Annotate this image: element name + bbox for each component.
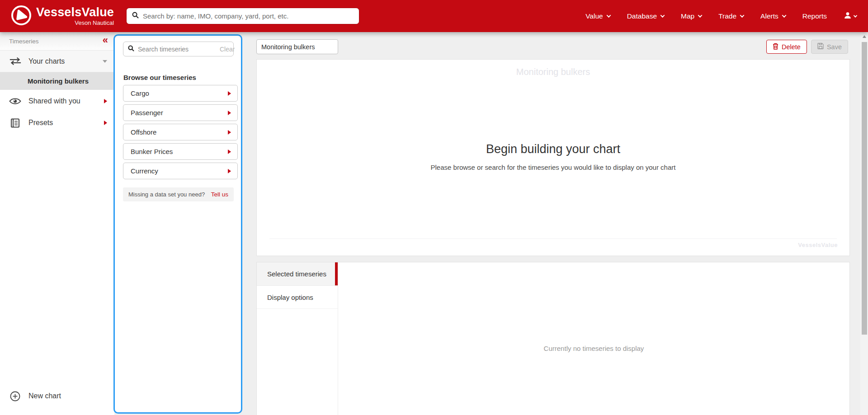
active-tab-indicator	[335, 262, 338, 285]
chevron-down-icon	[660, 13, 665, 18]
chart-name-input[interactable]	[256, 39, 338, 54]
new-chart-button[interactable]: New chart	[0, 387, 114, 406]
caret-right-icon	[228, 149, 231, 154]
chevron-down-icon	[854, 14, 857, 17]
sidebar-header: Timeseries «	[0, 32, 114, 51]
collapse-sidebar-icon[interactable]: «	[103, 35, 108, 47]
brand-subtitle: Veson Nautical	[36, 20, 114, 26]
timeseries-sidebar: Timeseries « Your charts Monitoring bulk…	[0, 32, 114, 415]
user-menu[interactable]	[844, 11, 857, 21]
brand-watermark: VesselsValue	[798, 242, 838, 248]
missing-dataset-row: Missing a data set you need? Tell us	[123, 187, 234, 201]
sidebar-chart-monitoring-bulkers[interactable]: Monitoring bulkers	[0, 72, 114, 90]
delete-label: Delete	[782, 43, 801, 51]
chevron-down-icon	[740, 13, 745, 18]
category-offshore[interactable]: Offshore	[123, 124, 238, 140]
caret-right-icon	[228, 130, 231, 135]
sidebar-title: Timeseries	[9, 38, 39, 45]
app-root: VesselsValue Veson Nautical Value Databa…	[0, 0, 868, 415]
new-chart-label: New chart	[28, 392, 61, 400]
delete-button[interactable]: Delete	[766, 40, 807, 54]
chart-title-watermark: Monitoring bulkers	[257, 67, 849, 77]
selection-tabs: Selected timeseries Display options	[257, 262, 338, 415]
tab-selected-timeseries[interactable]: Selected timeseries	[257, 262, 338, 286]
browse-heading: Browse our timeseries	[123, 74, 196, 81]
chevron-down-icon	[698, 13, 703, 18]
chart-name-label: Monitoring bulkers	[28, 77, 89, 85]
presets-book-icon	[9, 118, 21, 128]
save-floppy-icon	[817, 43, 824, 51]
sidebar-item-shared-with-you[interactable]: Shared with you	[0, 90, 114, 112]
nav-database[interactable]: Database	[627, 12, 664, 20]
trash-icon	[773, 43, 778, 51]
nav-trade[interactable]: Trade	[718, 12, 744, 20]
timeseries-search: Clear	[123, 42, 234, 56]
main-nav: Value Database Map Trade Alerts Reports	[585, 0, 857, 32]
brand-logo[interactable]: VesselsValue Veson Nautical	[11, 5, 114, 27]
nav-map[interactable]: Map	[681, 12, 702, 20]
empty-chart-message: Begin building your chart Please browse …	[257, 142, 849, 171]
nav-value[interactable]: Value	[585, 12, 610, 20]
user-icon	[844, 11, 852, 21]
caret-down-icon	[103, 60, 107, 63]
caret-right-icon	[228, 111, 231, 115]
timeseries-search-input[interactable]	[138, 46, 220, 53]
global-search-input[interactable]	[143, 12, 354, 20]
nav-alerts[interactable]: Alerts	[760, 12, 786, 20]
browse-timeseries-panel: Clear Browse our timeseries Cargo Passen…	[113, 34, 242, 414]
tell-us-link[interactable]: Tell us	[211, 191, 228, 198]
scrollbar-thumb[interactable]	[862, 42, 867, 335]
vesselsvalue-logo-icon	[11, 5, 31, 27]
category-list: Cargo Passenger Offshore Bunker Prices C…	[123, 85, 238, 182]
category-passenger[interactable]: Passenger	[123, 104, 238, 121]
chart-editor: Delete Save Monitoring bulkers Begin bui…	[242, 32, 860, 415]
category-currency[interactable]: Currency	[123, 163, 238, 179]
missing-dataset-text: Missing a data set you need?	[128, 191, 205, 198]
eye-icon	[9, 97, 21, 105]
scroll-up-arrow-icon[interactable]	[863, 35, 866, 38]
caret-right-icon	[104, 99, 107, 103]
search-icon	[128, 45, 134, 53]
chevron-down-icon	[606, 13, 611, 18]
plus-circle-icon	[9, 391, 21, 401]
nav-reports[interactable]: Reports	[802, 12, 827, 20]
sidebar-item-label: Shared with you	[28, 97, 104, 105]
empty-chart-subtitle: Please browse or search for the timeseri…	[257, 163, 849, 171]
chart-canvas: Monitoring bulkers Begin building your c…	[256, 59, 850, 256]
sidebar-item-presets[interactable]: Presets	[0, 112, 114, 134]
sidebar-item-your-charts[interactable]: Your charts	[0, 51, 114, 72]
sidebar-item-label: Presets	[28, 119, 104, 127]
category-cargo[interactable]: Cargo	[123, 85, 238, 102]
clear-search-button[interactable]: Clear	[220, 46, 235, 53]
sidebar-item-label: Your charts	[28, 57, 103, 65]
selection-panel: Selected timeseries Display options Curr…	[256, 262, 850, 415]
chart-actions: Delete Save	[766, 40, 848, 54]
global-search	[126, 8, 359, 24]
brand-name: VesselsValue	[36, 6, 114, 19]
caret-right-icon	[228, 169, 231, 173]
top-navigation-bar: VesselsValue Veson Nautical Value Databa…	[0, 0, 868, 32]
swap-arrows-icon	[9, 57, 21, 65]
no-timeseries-message: Currently no timeseries to display	[338, 345, 849, 352]
caret-right-icon	[228, 91, 231, 96]
search-icon	[132, 12, 139, 20]
save-label: Save	[827, 43, 842, 51]
save-button[interactable]: Save	[811, 40, 848, 54]
caret-right-icon	[104, 121, 107, 125]
empty-chart-title: Begin building your chart	[257, 142, 849, 156]
vertical-scrollbar[interactable]	[860, 32, 868, 415]
chevron-down-icon	[782, 13, 786, 18]
chart-axis-line	[269, 238, 837, 239]
category-bunker-prices[interactable]: Bunker Prices	[123, 143, 238, 160]
tab-display-options[interactable]: Display options	[257, 286, 338, 309]
